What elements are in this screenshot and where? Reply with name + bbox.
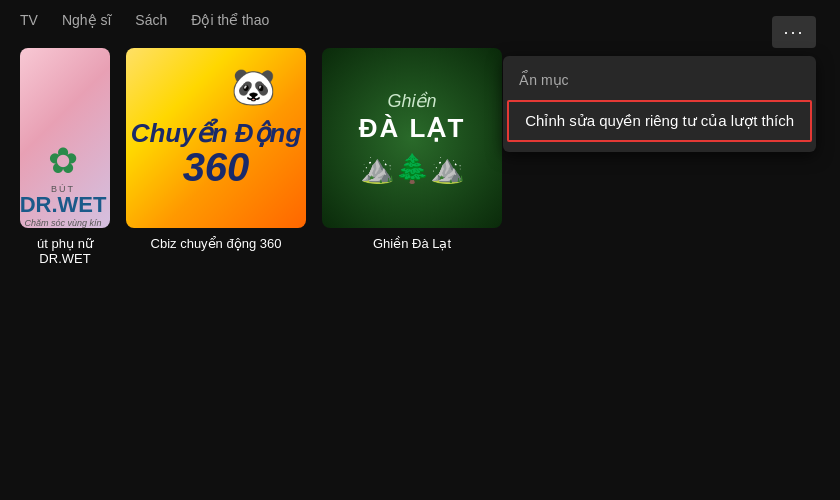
drwet-flower-icon: ✿ (48, 140, 78, 182)
cbiz-thumbnail: 🐼 Chuyển Động 360 (126, 48, 306, 228)
nav-item-sach[interactable]: Sách (135, 12, 167, 28)
dropdown-section-label: Ẩn mục (503, 64, 816, 98)
drwet-sub-label: Chăm sóc vùng kín (24, 218, 101, 228)
cbiz-panda-icon: 🐼 (231, 66, 276, 108)
ghien-text-label: Ghiền (387, 91, 436, 113)
nav-item-tv[interactable]: TV (20, 12, 38, 28)
ghien-thumbnail: Ghiền ĐÀ LẠT ⛰️🌲⛰️ (322, 48, 502, 228)
dropdown-menu: Ẩn mục Chỉnh sửa quyền riêng tư của lượt… (503, 56, 816, 152)
card-drwet-partial[interactable]: ✿ BÚT DR.WET Chăm sóc vùng kín út phụ nữ… (20, 48, 110, 266)
more-button[interactable]: ··· (772, 16, 816, 48)
card-ghien-dalat[interactable]: Ghiền ĐÀ LẠT ⛰️🌲⛰️ Ghiền Đà Lạt (322, 48, 502, 266)
drwet-thumbnail-partial: ✿ BÚT DR.WET Chăm sóc vùng kín (20, 48, 110, 228)
cbiz-title-label: Chuyển Động (131, 119, 302, 148)
cbiz-num-label: 360 (183, 147, 250, 187)
ghien-dalat-label: ĐÀ LẠT (359, 113, 466, 144)
drwet-card-label: út phụ nữ DR.WET (20, 236, 110, 266)
top-navigation: TV Nghệ sĩ Sách Đội thể thao ··· (0, 0, 840, 40)
drwet-name-label: DR.WET (20, 194, 106, 216)
cbiz-card-label: Cbiz chuyển động 360 (126, 236, 306, 251)
nav-item-doi-the-thao[interactable]: Đội thể thao (191, 12, 269, 28)
ghien-card-label: Ghiền Đà Lạt (322, 236, 502, 251)
more-button-container: ··· (772, 16, 816, 48)
nav-item-nghe-si[interactable]: Nghệ sĩ (62, 12, 111, 28)
privacy-edit-item[interactable]: Chỉnh sửa quyền riêng tư của lượt thích (507, 100, 812, 142)
ghien-mountains-icon: ⛰️🌲⛰️ (360, 152, 465, 185)
card-cbiz[interactable]: 🐼 Chuyển Động 360 Cbiz chuyển động 360 (126, 48, 306, 266)
